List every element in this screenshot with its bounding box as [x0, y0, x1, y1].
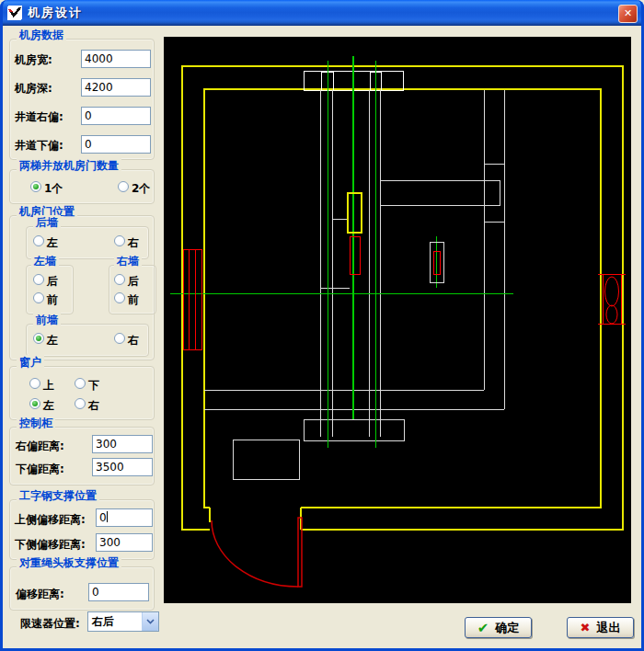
group-rope-plate-support-title: 对重绳头板支撑位置	[17, 555, 121, 571]
shaft-right-offset-label: 井道右偏:	[15, 109, 63, 125]
cabinet-box	[233, 440, 299, 479]
radio-left-wall-front-label: 前	[47, 292, 58, 308]
radio-front-wall-right[interactable]	[114, 333, 125, 344]
rope-plate-offset-label: 偏移距离:	[16, 587, 64, 602]
bedplate	[304, 419, 404, 440]
radio-window-top[interactable]	[29, 378, 40, 389]
radio-left-wall-front[interactable]	[33, 292, 44, 303]
radio-window-right[interactable]	[75, 398, 86, 409]
radio-back-wall-right-label: 右	[128, 235, 139, 251]
radio-left-wall-back[interactable]	[33, 274, 44, 285]
exit-button-label: 退出	[596, 620, 620, 636]
fan-symbol	[598, 274, 626, 324]
radio-back-wall-right[interactable]	[114, 235, 125, 246]
governor-position-value: 右后	[88, 614, 142, 630]
radio-front-wall-left[interactable]	[33, 333, 44, 344]
group-ibeam-support-title: 工字钢支撑位置	[17, 488, 99, 504]
ibeam-upper-offset-label: 上侧偏移距离:	[15, 512, 86, 528]
room-depth-input[interactable]	[81, 78, 151, 97]
rope-plate-offset-input[interactable]	[88, 583, 149, 601]
group-room-data-title: 机房数据	[17, 28, 66, 43]
radio-right-wall-front[interactable]	[114, 292, 125, 303]
shaft-down-offset-input[interactable]	[81, 135, 151, 154]
radio-back-wall-left[interactable]	[33, 235, 44, 246]
subgroup-back-wall-title: 后墙	[33, 215, 61, 231]
centerlines	[170, 56, 513, 448]
subgroup-left-wall-title: 左墙	[31, 254, 59, 269]
radio-back-wall-left-label: 左	[47, 235, 58, 251]
room-width-label: 机房宽:	[15, 52, 52, 68]
radio-right-wall-back-label: 后	[128, 274, 139, 290]
x-icon: ✖	[581, 621, 591, 634]
cabinet-right-offset-label: 右偏距离:	[16, 439, 64, 454]
subgroup-front-wall-title: 前墙	[33, 313, 61, 328]
ok-button[interactable]: ✔ 确定	[465, 617, 532, 638]
radio-right-wall-front-label: 前	[128, 292, 139, 308]
radio-front-wall-left-label: 左	[47, 333, 58, 348]
floor-plan-canvas	[164, 37, 631, 603]
check-icon: ✔	[477, 620, 489, 636]
group-window-position	[9, 366, 155, 420]
machine-room-walls	[182, 66, 623, 530]
radio-window-left[interactable]	[29, 398, 40, 409]
chevron-down-icon[interactable]	[142, 612, 158, 631]
radio-window-left-label: 左	[43, 398, 54, 414]
radio-door-count-2[interactable]	[118, 181, 129, 192]
radio-door-count-1-label: 1个	[44, 181, 63, 197]
cabinet-down-offset-label: 下偏距离:	[16, 462, 64, 477]
cabinet-down-offset-input[interactable]	[92, 458, 153, 476]
machine-blocks	[348, 193, 362, 274]
group-door-count-title: 两梯并放机房门数量	[17, 158, 121, 174]
machine-room-design-dialog: { "colors": { "dialog_bg": "#ECE9D8", "g…	[0, 0, 644, 651]
ibeam-lower-offset-input[interactable]	[96, 533, 153, 552]
governor-position-label: 限速器位置:	[20, 616, 80, 632]
ok-button-label: 确定	[495, 620, 519, 636]
radio-right-wall-back[interactable]	[114, 274, 125, 285]
radio-window-top-label: 上	[43, 378, 54, 394]
shaft-right-offset-input[interactable]	[81, 107, 151, 125]
radio-window-bottom-label: 下	[88, 378, 99, 394]
radio-door-count-2-label: 2个	[132, 181, 150, 197]
radio-window-bottom[interactable]	[75, 378, 86, 389]
ibeam-upper-offset-input[interactable]	[96, 508, 153, 527]
window-symbol	[183, 249, 201, 349]
close-button[interactable]: ✕	[618, 5, 638, 23]
governor-position-select[interactable]: 右后	[87, 611, 159, 632]
room-width-input[interactable]	[81, 50, 151, 68]
title-bar: 机房设计 ✕	[0, 0, 644, 26]
exit-button[interactable]: ✖ 退出	[567, 617, 634, 638]
radio-front-wall-right-label: 右	[128, 333, 139, 348]
radio-window-right-label: 右	[88, 398, 99, 414]
shaft-down-offset-label: 井道下偏:	[15, 138, 63, 154]
cabinet-right-offset-input[interactable]	[92, 435, 153, 453]
window-title: 机房设计	[28, 5, 83, 21]
subgroup-right-wall-title: 右墙	[114, 254, 142, 269]
room-depth-label: 机房深:	[15, 81, 52, 97]
radio-door-count-1[interactable]	[30, 181, 41, 192]
door-symbol	[212, 518, 302, 587]
machine-beam	[380, 180, 500, 205]
window-icon	[7, 6, 22, 20]
text-cursor	[107, 511, 108, 522]
radio-left-wall-back-label: 后	[47, 274, 58, 290]
floor-plan-drawing	[164, 37, 631, 603]
group-control-cabinet-title: 控制柜	[17, 416, 55, 431]
ibeam-lower-offset-label: 下侧偏移距离:	[15, 537, 86, 553]
group-window-position-title: 窗户	[17, 355, 44, 371]
